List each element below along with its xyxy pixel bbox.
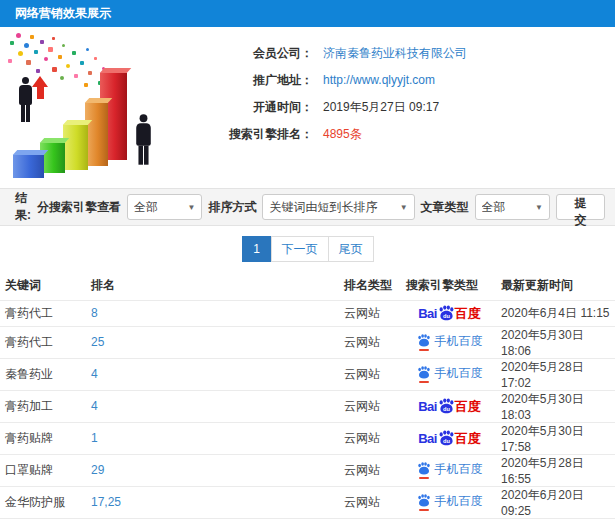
field-engine-rank-count: 搜索引擎排名： 4895条 <box>178 121 615 147</box>
pagination-section: 1 下一页 尾页 <box>0 226 615 272</box>
chevron-down-icon: ▼ <box>187 203 195 212</box>
chevron-down-icon: ▼ <box>535 203 543 212</box>
engine-rank-count-label: 搜索引擎排名： <box>178 126 313 143</box>
table-header-row: 关键词 排名 排名类型 搜索引擎类型 最新更新时间 <box>0 272 615 300</box>
header-rank-type: 排名类型 <box>340 272 402 300</box>
mobile-baidu-logo[interactable]: 手机百度 <box>417 493 483 510</box>
promo-url-label: 推广地址： <box>178 72 313 89</box>
rank-type-cell: 云网站 <box>340 486 402 518</box>
update-time-cell: 2020年5月30日 18:03 <box>497 390 615 422</box>
update-time-cell: 2020年6月4日 11:15 <box>497 300 615 326</box>
rank-cell: 17,25 <box>87 486 340 518</box>
baidu-logo-bai-text: Bai <box>418 400 437 413</box>
pagination: 1 下一页 尾页 <box>242 236 374 262</box>
baidu-logo[interactable]: Baidu百度 <box>418 398 481 415</box>
mobile-baidu-label: 手机百度 <box>435 333 483 350</box>
header-engine-type: 搜索引擎类型 <box>402 272 497 300</box>
businessman-figure-right <box>136 114 151 164</box>
chart-bar-yellow <box>63 125 88 170</box>
last-page-button[interactable]: 尾页 <box>328 236 374 262</box>
baidu-logo[interactable]: Baidu百度 <box>418 430 481 447</box>
rank-type-cell: 云网站 <box>340 326 402 358</box>
mobile-baidu-paw-icon <box>417 366 431 380</box>
table-row: 秦鲁药业4云网站手机百度2020年5月28日 17:02 <box>0 358 615 390</box>
field-promo-url: 推广地址： http://www.qlyyjt.com <box>178 67 615 93</box>
baidu-logo-bai-text: Bai <box>418 307 437 320</box>
engine-cell: 手机百度 <box>402 486 497 518</box>
engine-cell: Baidu百度 <box>402 390 497 422</box>
svg-text:du: du <box>443 313 450 319</box>
page-title: 网络营销效果展示 <box>15 5 111 22</box>
businessman-figure-left <box>19 77 32 122</box>
engine-cell: 手机百度 <box>402 326 497 358</box>
promo-url-link[interactable]: http://www.qlyyjt.com <box>323 73 435 87</box>
rank-cell: 25 <box>87 326 340 358</box>
header-update-time: 最新更新时间 <box>497 272 615 300</box>
engine-rank-count-value: 4895条 <box>323 126 362 143</box>
rank-link[interactable]: 25 <box>91 335 104 349</box>
open-time-label: 开通时间： <box>178 99 313 116</box>
mobile-baidu-logo[interactable]: 手机百度 <box>417 461 483 478</box>
filter-bar: 结果: 分搜索引擎查看 全部 ▼ 排序方式 关键词由短到长排序 ▼ 文章类型 全… <box>0 188 615 226</box>
rank-link[interactable]: 8 <box>91 306 98 320</box>
table-row: 膏药代工8云网站Baidu百度2020年6月4日 11:15 <box>0 300 615 326</box>
article-type-select[interactable]: 全部 ▼ <box>475 194 550 220</box>
rank-link[interactable]: 29 <box>91 463 104 477</box>
chart-bar-orange <box>85 103 108 166</box>
field-open-time: 开通时间： 2019年5月27日 09:17 <box>178 94 615 120</box>
engine-cell: 手机百度 <box>402 358 497 390</box>
baidu-logo-bai-text: Bai <box>418 432 437 445</box>
baidu-paw-icon: du <box>438 305 455 322</box>
baidu-logo-cn-text: 百度 <box>455 432 481 445</box>
member-company-link[interactable]: 济南秦鲁药业科技有限公司 <box>323 45 467 62</box>
open-time-value: 2019年5月27日 09:17 <box>323 99 439 116</box>
field-member-company: 会员公司： 济南秦鲁药业科技有限公司 <box>178 40 615 66</box>
mobile-baidu-label: 手机百度 <box>435 493 483 510</box>
rank-type-cell: 云网站 <box>340 358 402 390</box>
svg-text:du: du <box>443 406 450 412</box>
keyword-cell: 口罩贴牌 <box>0 454 87 486</box>
rank-cell: 1 <box>87 422 340 454</box>
keyword-cell: 膏药贴牌 <box>0 422 87 454</box>
sort-select[interactable]: 关键词由短到长排序 ▼ <box>262 194 414 220</box>
keyword-cell: 膏药代工 <box>0 300 87 326</box>
chart-bar-blue <box>13 155 44 178</box>
svg-text:du: du <box>443 438 450 444</box>
rank-cell: 4 <box>87 390 340 422</box>
mobile-baidu-logo[interactable]: 手机百度 <box>417 365 483 382</box>
update-time-cell: 2020年5月28日 17:02 <box>497 358 615 390</box>
keyword-cell: 秦鲁药业 <box>0 358 87 390</box>
table-body: 膏药代工8云网站Baidu百度2020年6月4日 11:15膏药代工25云网站手… <box>0 300 615 520</box>
rank-link[interactable]: 17,25 <box>91 495 121 509</box>
update-time-cell: 2020年6月20日 09:25 <box>497 486 615 518</box>
company-info-fields: 会员公司： 济南秦鲁药业科技有限公司 推广地址： http://www.qlyy… <box>178 27 615 188</box>
app-header: 网络营销效果展示 <box>0 0 615 27</box>
rank-link[interactable]: 4 <box>91 367 98 381</box>
rank-cell: 4 <box>87 358 340 390</box>
update-time-cell: 2020年5月30日 17:58 <box>497 422 615 454</box>
rank-cell: 8 <box>87 300 340 326</box>
submit-button[interactable]: 提交 <box>556 194 605 220</box>
keyword-cell: 膏药代工 <box>0 326 87 358</box>
info-section: 会员公司： 济南秦鲁药业科技有限公司 推广地址： http://www.qlyy… <box>0 27 615 188</box>
table-row: 膏药代工25云网站手机百度2020年5月30日 18:06 <box>0 326 615 358</box>
baidu-paw-icon: du <box>438 398 455 415</box>
rank-type-cell: 云网站 <box>340 390 402 422</box>
baidu-logo[interactable]: Baidu百度 <box>418 305 481 322</box>
results-table: 关键词 排名 排名类型 搜索引擎类型 最新更新时间 膏药代工8云网站Baidu百… <box>0 272 615 520</box>
mobile-baidu-paw-icon <box>417 462 431 476</box>
next-page-button[interactable]: 下一页 <box>271 236 329 262</box>
rank-link[interactable]: 1 <box>91 431 98 445</box>
header-rank: 排名 <box>87 272 340 300</box>
table-row: 膏药贴牌1云网站Baidu百度2020年5月30日 17:58 <box>0 422 615 454</box>
update-time-cell: 2020年5月28日 16:55 <box>497 454 615 486</box>
sort-label: 排序方式 <box>208 199 256 216</box>
rank-link[interactable]: 4 <box>91 399 98 413</box>
up-arrow-icon <box>32 76 48 99</box>
mobile-baidu-paw-icon <box>417 494 431 508</box>
mobile-baidu-logo[interactable]: 手机百度 <box>417 333 483 350</box>
keyword-cell: 金华防护服 <box>0 486 87 518</box>
page-1-button[interactable]: 1 <box>242 236 272 262</box>
engine-filter-select[interactable]: 全部 ▼ <box>127 194 202 220</box>
rank-type-cell: 云网站 <box>340 422 402 454</box>
